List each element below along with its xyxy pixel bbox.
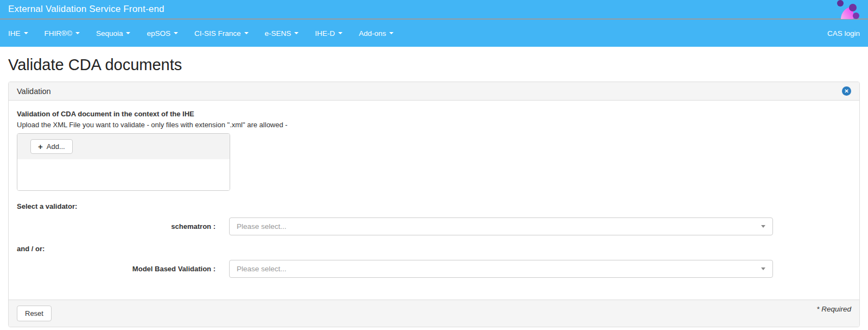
and-or-label: and / or: [17,245,851,253]
top-title-bar: External Validation Service Front-end [0,0,868,20]
required-note: * Required [816,305,851,313]
close-panel-icon[interactable]: ✕ [842,86,851,96]
caret-down-icon [244,32,249,34]
logo-dot-icon [853,13,859,19]
panel-title: Validation [17,87,51,96]
logo-dot-icon [837,0,844,7]
file-upload-drop-area[interactable] [17,159,230,190]
nav-item-label: Add-ons [359,29,386,38]
nav-item-label: e-SENS [265,29,292,38]
nav-item-ihe-d[interactable]: IHE-D [307,29,351,38]
nav-item-sequoia[interactable]: Sequoia [88,29,139,38]
caret-down-icon [75,32,80,34]
caret-down-icon [338,32,343,34]
add-file-button-label: Add... [47,142,65,151]
schematron-select[interactable]: Please select... [229,217,773,235]
nav-item-label: FHIR®© [45,29,72,38]
schematron-label: schematron : [17,222,229,231]
validation-panel-body: Validation of CDA document in the contex… [9,101,859,300]
nav-item-epsos[interactable]: epSOS [138,29,186,38]
model-based-validation-row: Model Based Validation : Please select..… [17,260,851,278]
page-title: Validate CDA documents [8,56,860,74]
app-title: External Validation Service Front-end [8,4,164,15]
plus-icon: + [38,142,43,151]
schematron-select-placeholder: Please select... [237,222,287,231]
nav-item-add-ons[interactable]: Add-ons [351,29,402,38]
nav-item-label: IHE [8,29,21,38]
caret-down-icon [294,32,299,34]
nav-menu: IHE FHIR®© Sequoia epSOS CI-SIS France e… [8,29,402,38]
caret-down-icon [174,32,178,34]
file-upload-toolbar: + Add... [17,134,230,159]
reset-button[interactable]: Reset [17,306,52,321]
add-file-button[interactable]: + Add... [30,139,73,154]
spacer [17,278,851,291]
caret-down-icon [126,32,130,34]
model-based-validation-label: Model Based Validation : [17,265,229,273]
nav-item-e-sens[interactable]: e-SENS [257,29,307,38]
model-based-validation-select[interactable]: Please select... [229,260,773,278]
file-upload-widget: + Add... [17,133,230,191]
select-validator-label: Select a validator: [17,202,851,210]
model-based-validation-select-placeholder: Please select... [237,265,287,273]
nav-item-label: epSOS [147,29,170,38]
main-navbar: IHE FHIR®© Sequoia epSOS CI-SIS France e… [0,20,868,47]
gazelle-logo-icon [837,0,860,20]
caret-down-icon [24,32,28,34]
upload-instructions: Upload the XML File you want to validate… [17,121,851,129]
caret-down-icon [761,267,765,270]
validation-panel: Validation ✕ Validation of CDA document … [8,82,860,327]
validation-context-heading: Validation of CDA document in the contex… [17,110,851,118]
caret-down-icon [761,225,765,228]
validation-panel-header: Validation ✕ [9,82,859,101]
cas-login-link[interactable]: CAS login [827,29,860,38]
caret-down-icon [389,32,394,34]
logo-dot-icon [849,4,857,11]
nav-item-ci-sis-france[interactable]: CI-SIS France [186,29,257,38]
nav-item-ihe[interactable]: IHE [8,29,36,38]
nav-item-label: Sequoia [96,29,123,38]
nav-item-label: IHE-D [315,29,335,38]
validation-panel-footer: Reset * Required [9,300,859,327]
nav-item-fhir[interactable]: FHIR®© [36,29,88,38]
page-content: Validate CDA documents Validation ✕ Vali… [0,56,868,327]
nav-item-label: CI-SIS France [194,29,241,38]
schematron-row: schematron : Please select... [17,217,851,235]
